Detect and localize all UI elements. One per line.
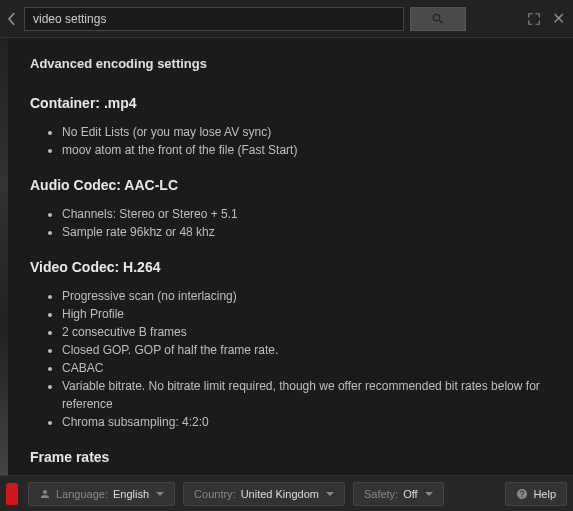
section-container-list: No Edit Lists (or you may lose AV sync) …	[30, 123, 551, 159]
back-button[interactable]	[6, 13, 18, 25]
help-label: Help	[533, 488, 556, 500]
list-item: Sample rate 96khz or 48 khz	[62, 223, 551, 241]
brand-strip	[6, 483, 18, 505]
list-item: moov atom at the front of the file (Fast…	[62, 141, 551, 159]
help-button[interactable]: Help	[505, 482, 567, 506]
section-audio-list: Channels: Stereo or Stereo + 5.1 Sample …	[30, 205, 551, 241]
language-button[interactable]: Language: English	[28, 482, 175, 506]
list-item: Progressive scan (no interlacing)	[62, 287, 551, 305]
search-input[interactable]	[24, 7, 404, 31]
left-strip	[0, 38, 8, 475]
chevron-down-icon	[326, 492, 334, 496]
chevron-down-icon	[425, 492, 433, 496]
chevron-down-icon	[156, 492, 164, 496]
section-video-list: Progressive scan (no interlacing) High P…	[30, 287, 551, 431]
search-icon	[431, 12, 445, 26]
section-container-heading: Container: .mp4	[30, 95, 551, 111]
list-item: Closed GOP. GOP of half the frame rate.	[62, 341, 551, 359]
page-title: Advanced encoding settings	[30, 56, 551, 71]
list-item: No Edit Lists (or you may lose AV sync)	[62, 123, 551, 141]
search-button[interactable]	[410, 7, 466, 31]
list-item: CABAC	[62, 359, 551, 377]
top-bar: ✕	[0, 0, 573, 38]
list-item: Variable bitrate. No bitrate limit requi…	[62, 377, 551, 413]
expand-icon[interactable]	[525, 10, 543, 28]
list-item: 2 consecutive B frames	[62, 323, 551, 341]
help-icon	[516, 488, 528, 500]
safety-button[interactable]: Safety: Off	[353, 482, 444, 506]
section-framerates-heading: Frame rates	[30, 449, 551, 465]
country-label: Country:	[194, 488, 236, 500]
bottom-bar: Language: English Country: United Kingdo…	[0, 475, 573, 511]
language-value: English	[113, 488, 149, 500]
country-button[interactable]: Country: United Kingdom	[183, 482, 345, 506]
list-item: Channels: Stereo or Stereo + 5.1	[62, 205, 551, 223]
section-video-heading: Video Codec: H.264	[30, 259, 551, 275]
person-icon	[39, 488, 51, 500]
close-icon[interactable]: ✕	[549, 10, 567, 28]
safety-value: Off	[403, 488, 417, 500]
country-value: United Kingdom	[241, 488, 319, 500]
list-item: High Profile	[62, 305, 551, 323]
content-area: Advanced encoding settings Container: .m…	[8, 38, 573, 475]
language-label: Language:	[56, 488, 108, 500]
safety-label: Safety:	[364, 488, 398, 500]
section-audio-heading: Audio Codec: AAC-LC	[30, 177, 551, 193]
list-item: Chroma subsampling: 4:2:0	[62, 413, 551, 431]
